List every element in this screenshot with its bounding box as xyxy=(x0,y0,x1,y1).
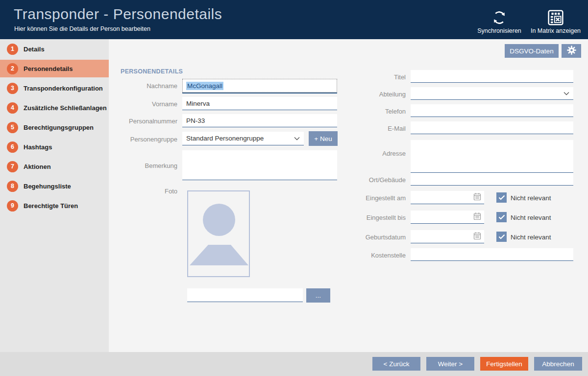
app-window: Transponder - Personendetails Hier könne… xyxy=(0,0,588,376)
main-form: DSGVO-Daten xyxy=(109,39,588,352)
photo-placeholder xyxy=(187,190,250,277)
vorname-input[interactable] xyxy=(182,97,337,110)
step-number-badge: 3 xyxy=(7,83,18,94)
sidebar-item-label: Berechtigungsgruppen xyxy=(24,124,94,131)
titel-input[interactable] xyxy=(411,70,573,83)
ort-gebaeude-input[interactable] xyxy=(411,173,573,186)
chevron-down-icon xyxy=(564,90,569,97)
step-number-badge: 4 xyxy=(7,102,18,114)
email-input[interactable] xyxy=(411,121,573,134)
sidebar-item-label: Personendetails xyxy=(24,65,73,72)
kostenstelle-input[interactable] xyxy=(411,248,573,261)
step-number-badge: 8 xyxy=(7,181,18,192)
sidebar-item-hashtags[interactable]: 6 Hashtags xyxy=(0,137,109,157)
sidebar-item-label: Details xyxy=(24,46,45,53)
chevron-down-icon xyxy=(294,135,300,142)
cancel-button[interactable]: Abbrechen xyxy=(534,357,582,371)
eingestellt-bis-datepicker[interactable] xyxy=(411,211,484,224)
sidebar-item-berechtigungsgruppen[interactable]: 5 Berechtigungsgruppen xyxy=(0,118,109,137)
page-subtitle: Hier können Sie die Details der Person b… xyxy=(14,25,150,32)
personalnummer-label: Personalnummer xyxy=(114,118,177,125)
new-person-group-button[interactable]: + Neu xyxy=(309,131,338,146)
sidebar-item-details[interactable]: 1 Details xyxy=(0,39,109,59)
sidebar-item-personendetails[interactable]: 2 Personendetails xyxy=(0,60,109,77)
back-button[interactable]: < Zurück xyxy=(372,357,420,371)
step-number-badge: 1 xyxy=(7,44,18,55)
sidebar-item-aktionen[interactable]: 7 Aktionen xyxy=(0,157,109,176)
personalnummer-input[interactable] xyxy=(182,114,337,127)
telefon-input[interactable] xyxy=(411,104,573,117)
sidebar-item-label: Begehungsliste xyxy=(24,183,71,190)
next-button[interactable]: Weiter > xyxy=(426,357,474,371)
adresse-label: Adresse xyxy=(343,150,406,157)
sync-icon xyxy=(491,8,507,27)
vorname-label: Vorname xyxy=(114,100,177,108)
abteilung-select[interactable] xyxy=(411,87,573,100)
personengruppe-select[interactable]: Standard Personengruppe xyxy=(182,132,304,145)
sidebar-item-begehungsliste[interactable]: 8 Begehungsliste xyxy=(0,176,109,196)
eingestellt-am-nicht-relevant-label: Nicht relevant xyxy=(511,194,551,202)
nachname-input[interactable]: McGonagall xyxy=(182,79,337,93)
dsgvo-data-button[interactable]: DSGVO-Daten xyxy=(505,44,559,58)
settings-button[interactable] xyxy=(562,44,581,58)
geburtsdatum-nicht-relevant-checkbox[interactable] xyxy=(496,232,507,242)
synchronize-button[interactable]: Synchronisieren xyxy=(469,4,530,35)
browse-photo-button[interactable]: ... xyxy=(306,288,330,303)
photo-path-input[interactable] xyxy=(187,288,303,302)
sidebar-item-label: Aktionen xyxy=(24,163,51,170)
bemerkung-textarea[interactable] xyxy=(182,150,337,180)
bemerkung-label: Bemerkung xyxy=(114,162,177,169)
eingestellt-bis-nicht-relevant-checkbox[interactable] xyxy=(496,212,507,222)
eingestellt-am-label: Eingestellt am xyxy=(343,194,406,202)
eingestellt-am-input[interactable] xyxy=(414,194,473,201)
step-number-badge: 6 xyxy=(7,141,18,153)
finish-button[interactable]: Fertigstellen xyxy=(480,357,528,371)
sidebar-item-zusaetzliche-schliessanlagen[interactable]: 4 Zusätzliche Schließanlagen xyxy=(0,98,109,118)
selected-text: McGonagall xyxy=(186,82,223,90)
calendar-icon xyxy=(473,212,481,222)
gear-icon xyxy=(566,45,577,57)
eingestellt-bis-input[interactable] xyxy=(414,213,473,221)
titel-label: Titel xyxy=(343,73,406,81)
eingestellt-bis-nicht-relevant-label: Nicht relevant xyxy=(511,214,551,221)
sidebar-item-label: Zusätzliche Schließanlagen xyxy=(24,104,107,112)
eingestellt-am-nicht-relevant-checkbox[interactable] xyxy=(496,192,507,203)
foto-label: Foto xyxy=(114,188,177,195)
eingestellt-bis-label: Eingestellt bis xyxy=(343,214,406,221)
sidebar-item-label: Hashtags xyxy=(24,143,52,151)
kostenstelle-label: Kostenstelle xyxy=(343,252,406,259)
step-number-badge: 2 xyxy=(7,63,18,74)
sidebar-item-label: Berechtigte Türen xyxy=(24,202,78,210)
section-title: PERSONENDETAILS xyxy=(121,68,183,75)
eingestellt-am-datepicker[interactable] xyxy=(411,191,484,204)
sidebar-item-label: Transponderkonfiguration xyxy=(24,85,103,92)
abteilung-label: Abteilung xyxy=(343,91,406,98)
nachname-label: Nachname xyxy=(114,82,177,90)
personengruppe-value: Standard Personengruppe xyxy=(186,135,292,142)
header: Transponder - Personendetails Hier könne… xyxy=(0,0,588,39)
matrix-icon xyxy=(547,8,564,27)
page-title: Transponder - Personendetails xyxy=(14,6,222,23)
calendar-icon xyxy=(473,192,481,203)
show-in-matrix-label: In Matrix anzeigen xyxy=(531,27,581,35)
sidebar-item-berechtigte-tueren[interactable]: 9 Berechtigte Türen xyxy=(0,196,109,215)
calendar-icon xyxy=(473,232,481,242)
synchronize-label: Synchronisieren xyxy=(477,27,521,35)
sidebar-item-transponderkonfiguration[interactable]: 3 Transponderkonfiguration xyxy=(0,78,109,98)
show-in-matrix-button[interactable]: In Matrix anzeigen xyxy=(525,4,586,35)
ort-gebaeude-label: Ort/Gebäude xyxy=(343,176,406,184)
wizard-step-sidebar: 1 Details 2 Personendetails 3 Transponde… xyxy=(0,39,109,352)
email-label: E-Mail xyxy=(343,125,406,132)
step-number-badge: 9 xyxy=(7,200,18,212)
step-number-badge: 7 xyxy=(7,161,18,172)
personengruppe-label: Personengruppe xyxy=(114,136,177,143)
person-silhouette-icon xyxy=(188,191,249,276)
geburtsdatum-input[interactable] xyxy=(414,233,473,240)
footer-bar: < Zurück Weiter > Fertigstellen Abbreche… xyxy=(0,352,588,376)
telefon-label: Telefon xyxy=(343,108,406,115)
step-number-badge: 5 xyxy=(7,122,18,133)
geburtsdatum-nicht-relevant-label: Nicht relevant xyxy=(511,234,551,241)
adresse-textarea[interactable] xyxy=(411,140,573,173)
geburtsdatum-datepicker[interactable] xyxy=(411,230,484,243)
geburtsdatum-label: Geburtsdatum xyxy=(343,234,406,241)
